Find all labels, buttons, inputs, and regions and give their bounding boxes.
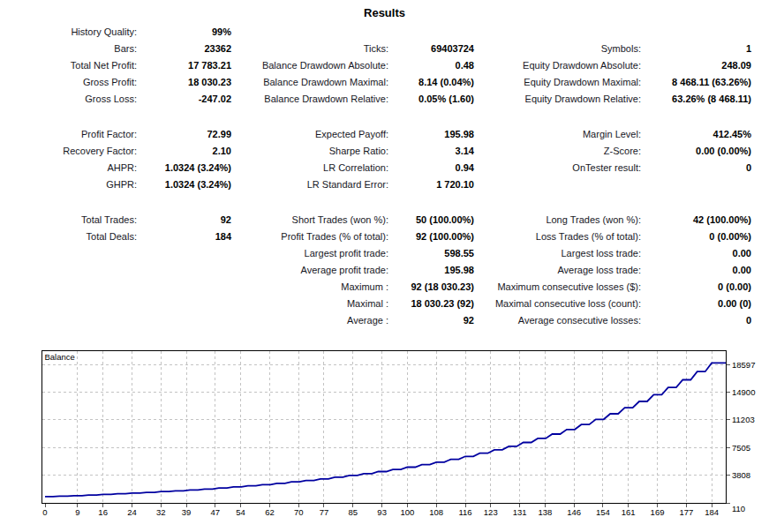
stat-label: Recovery Factor: xyxy=(0,143,137,160)
stat-value: 17 783.21 xyxy=(137,57,231,74)
stat-value: 69403724 xyxy=(388,41,474,57)
stats-row: GHPR:1.0324 (3.24%)LR Standard Error:1 7… xyxy=(0,176,751,193)
stat-label: Balance Drawdown Relative: xyxy=(231,91,388,108)
stat-value: -247.02 xyxy=(137,91,231,108)
stats-row: Total Net Profit:17 783.21Balance Drawdo… xyxy=(0,57,751,74)
y-tick-label: 14900 xyxy=(732,387,755,397)
stat-value: 1.0324 (3.24%) xyxy=(137,176,231,193)
stat-label: Equity Drawdown Absolute: xyxy=(474,57,641,74)
stats-row: Bars:23362Ticks:69403724Symbols:1 xyxy=(0,41,751,57)
stat-value: 598.55 xyxy=(388,245,474,262)
x-tick-label: 16 xyxy=(98,507,108,517)
stat-value: 1.0324 (3.24%) xyxy=(137,160,231,176)
stat-value: 248.09 xyxy=(641,57,751,74)
stat-label: Expected Payoff: xyxy=(231,126,388,143)
stat-value: 195.98 xyxy=(388,126,474,143)
stat-label: Profit Trades (% of total): xyxy=(231,229,388,245)
stat-label: Gross Profit: xyxy=(0,74,137,91)
x-tick-label: 9 xyxy=(75,507,79,517)
stat-label: LR Correlation: xyxy=(231,160,388,176)
x-tick-label: 131 xyxy=(513,507,527,517)
stat-value: 0.00 xyxy=(641,245,751,262)
stat-label: Equity Drawdown Relative: xyxy=(474,91,641,108)
stat-value: 3.14 xyxy=(388,143,474,160)
stat-value: 1 720.10 xyxy=(388,176,474,193)
stats-gap xyxy=(0,193,751,212)
stat-value: 0.00 (0.00%) xyxy=(641,143,751,160)
stat-value: 184 xyxy=(137,229,231,245)
stat-label: Maximal consecutive loss (count): xyxy=(474,296,641,312)
stats-row: Gross Loss:-247.02Balance Drawdown Relat… xyxy=(0,91,751,108)
stat-label: Ticks: xyxy=(231,41,388,57)
x-tick-label: 24 xyxy=(127,507,137,517)
stat-label: Symbols: xyxy=(474,41,641,57)
stat-value: 92 (100.00%) xyxy=(388,229,474,245)
x-tick-label: 93 xyxy=(377,507,387,517)
stat-label: GHPR: xyxy=(0,176,137,193)
stat-label: Short Trades (won %): xyxy=(231,212,388,229)
stat-label: Balance Drawdown Absolute: xyxy=(231,57,388,74)
x-tick-label: 138 xyxy=(538,507,552,517)
stat-label: Z-Score: xyxy=(474,143,641,160)
stat-value: 72.99 xyxy=(137,126,231,143)
stat-value: 92 xyxy=(388,312,474,329)
stat-label: Balance Drawdown Maximal: xyxy=(231,74,388,91)
x-tick-label: 100 xyxy=(400,507,414,517)
x-tick-label: 108 xyxy=(429,507,443,517)
stat-label: Maximum consecutive losses ($): xyxy=(474,279,641,296)
stat-value: 92 (18 030.23) xyxy=(388,279,474,296)
stat-value: 412.45% xyxy=(641,126,751,143)
stat-label: Loss Trades (% of total): xyxy=(474,229,641,245)
x-tick-label: 39 xyxy=(182,507,192,517)
stat-label: Sharpe Ratio: xyxy=(231,143,388,160)
x-tick-label: 116 xyxy=(458,507,471,517)
stats-row: Maximal :18 030.23 (92)Maximal consecuti… xyxy=(0,296,751,312)
stat-label: Maximal : xyxy=(231,296,388,312)
stats-row: Total Trades:92Short Trades (won %):50 (… xyxy=(0,212,751,229)
stat-value: 195.98 xyxy=(388,262,474,279)
stat-value: 0.05% (1.60) xyxy=(388,91,474,108)
stat-label: Largest profit trade: xyxy=(231,245,388,262)
stat-value: 0.00 xyxy=(641,262,751,279)
stat-value: 92 xyxy=(137,212,231,229)
stat-value: 8.14 (0.04%) xyxy=(388,74,474,91)
stat-label: History Quality: xyxy=(0,24,137,41)
stat-value: 0.94 xyxy=(388,160,474,176)
stat-value: 18 030.23 xyxy=(137,74,231,91)
stat-label: Long Trades (won %): xyxy=(474,212,641,229)
stat-label: Largest loss trade: xyxy=(474,245,641,262)
x-tick-label: 154 xyxy=(596,507,610,517)
x-tick-label: 161 xyxy=(622,507,636,517)
stat-value: 2.10 xyxy=(137,143,231,160)
stats-row: Largest profit trade:598.55Largest loss … xyxy=(0,245,751,262)
y-tick-label: 18597 xyxy=(732,360,755,370)
balance-chart: Balance091624323947546270778593100108116… xyxy=(0,344,769,532)
stat-value: 23362 xyxy=(137,41,231,57)
x-tick-label: 146 xyxy=(567,507,581,517)
x-tick-label: 70 xyxy=(294,507,304,517)
x-tick-label: 169 xyxy=(651,507,665,517)
y-tick-label: 3808 xyxy=(732,470,750,480)
stat-label: Maximum : xyxy=(231,279,388,296)
stats-row: Recovery Factor:2.10Sharpe Ratio:3.14Z-S… xyxy=(0,143,751,160)
stats-gap xyxy=(0,108,751,126)
stats-row: Profit Factor:72.99Expected Payoff:195.9… xyxy=(0,126,751,143)
stat-value: 0 (0.00%) xyxy=(641,229,751,245)
stat-value: 0 xyxy=(641,160,751,176)
stat-label: Profit Factor: xyxy=(0,126,137,143)
stat-label: Average : xyxy=(231,312,388,329)
stat-label: OnTester result: xyxy=(474,160,641,176)
chart-title: Balance xyxy=(45,352,75,362)
y-tick-label: 110 xyxy=(732,504,745,513)
stat-label: Equity Drawdown Maximal: xyxy=(474,74,641,91)
stat-value: 99% xyxy=(137,24,231,41)
stats-row: Maximum :92 (18 030.23)Maximum consecuti… xyxy=(0,279,751,296)
x-tick-label: 184 xyxy=(705,507,719,517)
stats-row: Gross Profit:18 030.23Balance Drawdown M… xyxy=(0,74,751,91)
x-tick-label: 0 xyxy=(42,507,47,517)
stat-value: 0.48 xyxy=(388,57,474,74)
y-tick-label: 11203 xyxy=(732,415,755,424)
stat-value: 63.26% (8 468.11) xyxy=(641,91,751,108)
stat-value: 0 xyxy=(641,312,751,329)
stat-label: Total Deals: xyxy=(0,229,137,245)
